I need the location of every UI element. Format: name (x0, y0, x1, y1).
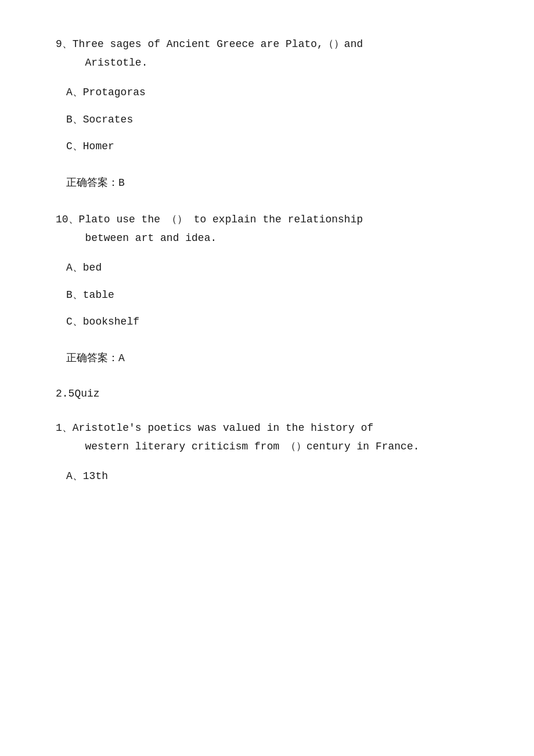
question-9: 9、Three sages of Ancient Greece are Plat… (35, 35, 499, 192)
question-9-option-c: C、Homer (66, 138, 499, 155)
quiz-question-1-option-a: A、13th (66, 468, 499, 485)
section-title: 2.5Quiz (56, 386, 499, 402)
question-10-text: 10、Plato use the （） to explain the relat… (35, 210, 499, 248)
quiz-question-1: 1、Aristotle's poetics was valued in the … (35, 419, 499, 485)
quiz-question-1-text: 1、Aristotle's poetics was valued in the … (35, 419, 499, 456)
question-10-option-b: B、table (66, 287, 499, 304)
question-9-option-a: A、Protagoras (66, 84, 499, 101)
question-10: 10、Plato use the （） to explain the relat… (35, 210, 499, 367)
question-10-option-a: A、bed (66, 260, 499, 276)
question-10-option-c: C、bookshelf (66, 314, 499, 330)
question-9-text: 9、Three sages of Ancient Greece are Plat… (35, 35, 499, 73)
question-9-option-b: B、Socrates (66, 111, 499, 128)
question-9-answer: 正确答案：B (66, 175, 499, 192)
question-10-answer: 正确答案：A (66, 350, 499, 367)
